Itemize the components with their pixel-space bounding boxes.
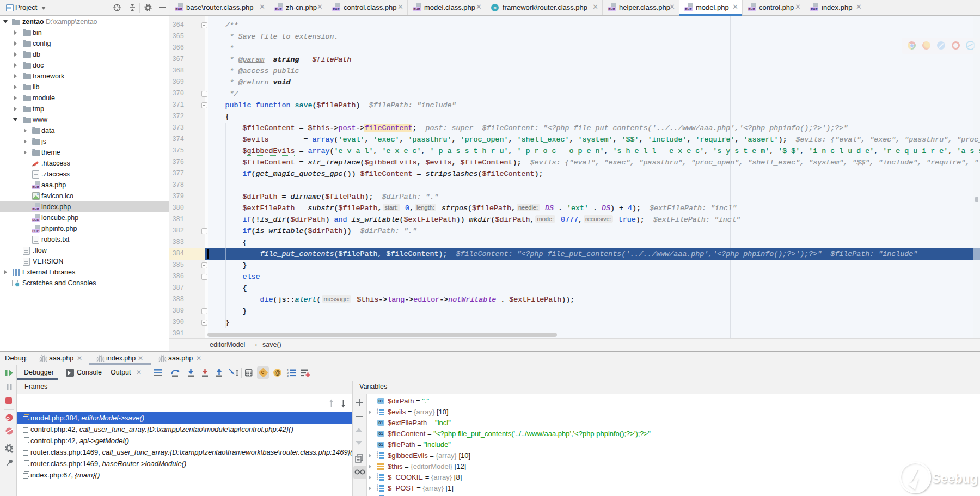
svg-text:3: 3 xyxy=(287,374,289,377)
